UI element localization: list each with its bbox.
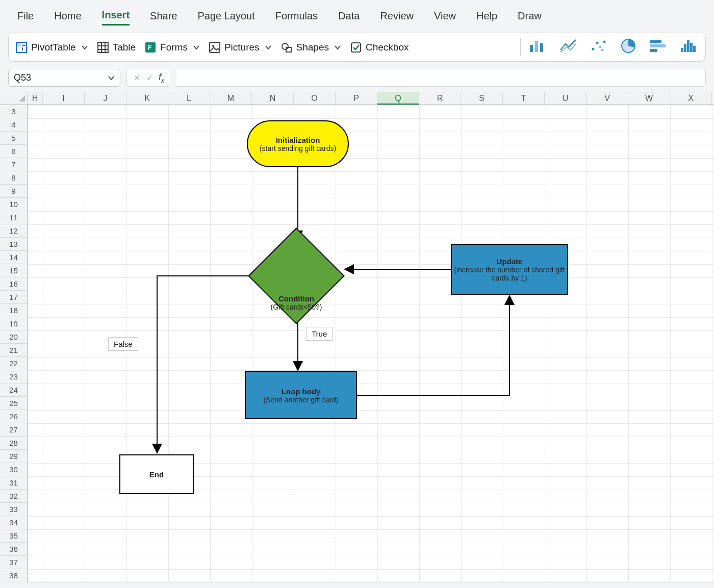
menu-data[interactable]: Data <box>338 10 360 25</box>
column-chart-icon[interactable] <box>529 39 546 56</box>
col-header-V[interactable]: V <box>586 92 628 105</box>
col-header-J[interactable]: J <box>85 92 126 105</box>
pivot-table-button[interactable]: PivotTable <box>16 42 88 53</box>
col-header-M[interactable]: M <box>210 92 252 105</box>
row-header-7[interactable]: 7 <box>0 158 27 171</box>
row-header-20[interactable]: 20 <box>0 330 27 344</box>
row-header-34[interactable]: 34 <box>0 516 27 529</box>
menu-help[interactable]: Help <box>476 10 497 25</box>
chevron-down-icon <box>265 44 272 51</box>
col-header-N[interactable]: N <box>252 92 294 105</box>
col-header-Q[interactable]: Q <box>377 92 419 105</box>
pictures-button[interactable]: Pictures <box>209 42 272 53</box>
row-header-35[interactable]: 35 <box>0 529 27 543</box>
row-header-27[interactable]: 27 <box>0 423 27 437</box>
flowchart-init-shape[interactable]: Initialization (start sending gift cards… <box>247 120 349 167</box>
col-header-I[interactable]: I <box>43 92 85 105</box>
row-header-6[interactable]: 6 <box>0 145 27 158</box>
row-header-8[interactable]: 8 <box>0 171 27 185</box>
row-header-4[interactable]: 4 <box>0 118 27 132</box>
row-header-32[interactable]: 32 <box>0 490 27 503</box>
row-header-22[interactable]: 22 <box>0 357 27 370</box>
flowchart-condition-shape[interactable]: Condition (Gift cards<50?) <box>248 235 345 317</box>
col-header-H[interactable]: H <box>28 92 43 105</box>
row-header-31[interactable]: 31 <box>0 476 27 490</box>
forms-label: Forms <box>160 42 188 53</box>
col-header-S[interactable]: S <box>461 92 503 105</box>
accept-icon[interactable]: ✓ <box>146 72 154 84</box>
row-header-19[interactable]: 19 <box>0 317 27 330</box>
select-all-corner[interactable] <box>0 92 28 105</box>
menu-review[interactable]: Review <box>380 10 414 25</box>
menu-formulas[interactable]: Formulas <box>275 10 318 25</box>
false-label[interactable]: False <box>108 337 138 351</box>
fx-icon[interactable]: fx <box>159 72 164 84</box>
pie-chart-icon[interactable] <box>621 38 637 56</box>
row-header-3[interactable]: 3 <box>0 105 27 118</box>
shapes-label: Shapes <box>296 42 329 53</box>
table-button[interactable]: Table <box>97 42 136 53</box>
histogram-chart-icon[interactable] <box>681 39 698 56</box>
spreadsheet-grid[interactable]: HIJKLMNOPQRSTUVWX 3456789101112131415161… <box>0 92 714 581</box>
formula-bar[interactable] <box>176 69 706 87</box>
row-header-21[interactable]: 21 <box>0 344 27 357</box>
line-chart-icon[interactable] <box>559 39 577 56</box>
col-header-K[interactable]: K <box>126 92 168 105</box>
name-box[interactable]: Q53 <box>8 69 120 87</box>
menu-home[interactable]: Home <box>54 10 81 25</box>
fx-controls: ✕ ✓ fx <box>126 69 170 87</box>
row-header-9[interactable]: 9 <box>0 185 27 198</box>
svg-rect-26 <box>681 48 683 52</box>
row-header-18[interactable]: 18 <box>0 304 27 317</box>
col-header-R[interactable]: R <box>419 92 461 105</box>
flowchart-loop-shape[interactable]: Loop body (Send another gift card) <box>245 371 357 419</box>
col-header-O[interactable]: O <box>294 92 336 105</box>
col-header-U[interactable]: U <box>545 92 586 105</box>
row-header-36[interactable]: 36 <box>0 543 27 556</box>
svg-rect-15 <box>535 41 538 52</box>
row-header-29[interactable]: 29 <box>0 450 27 463</box>
menu-page-layout[interactable]: Page Layout <box>197 10 254 25</box>
row-header-12[interactable]: 12 <box>0 224 27 238</box>
bar-chart-icon[interactable] <box>650 39 668 56</box>
row-header-24[interactable]: 24 <box>0 384 27 397</box>
menu-file[interactable]: File <box>17 10 34 25</box>
row-header-25[interactable]: 25 <box>0 397 27 410</box>
checkbox-button[interactable]: Checkbox <box>350 42 409 53</box>
row-header-10[interactable]: 10 <box>0 198 27 211</box>
row-header-30[interactable]: 30 <box>0 463 27 476</box>
menu-view[interactable]: View <box>434 10 456 25</box>
condition-sub: (Gift cards<50?) <box>271 303 322 311</box>
row-header-38[interactable]: 38 <box>0 569 27 582</box>
menu-insert[interactable]: Insert <box>102 9 130 25</box>
row-header-28[interactable]: 28 <box>0 437 27 450</box>
row-header-23[interactable]: 23 <box>0 370 27 384</box>
row-header-37[interactable]: 37 <box>0 556 27 569</box>
forms-button[interactable]: F Forms <box>145 42 200 53</box>
condition-title: Condition <box>271 294 322 303</box>
col-header-P[interactable]: P <box>336 92 377 105</box>
flowchart-update-shape[interactable]: Update (increase the number of shared gi… <box>451 244 568 295</box>
flowchart-end-shape[interactable]: End <box>119 454 194 494</box>
col-header-W[interactable]: W <box>628 92 670 105</box>
svg-rect-16 <box>540 43 543 52</box>
menu-draw[interactable]: Draw <box>518 10 542 25</box>
col-header-T[interactable]: T <box>503 92 545 105</box>
row-header-33[interactable]: 33 <box>0 503 27 516</box>
row-header-5[interactable]: 5 <box>0 132 27 145</box>
row-header-26[interactable]: 26 <box>0 410 27 423</box>
loop-sub: (Send another gift card) <box>263 396 338 404</box>
row-header-14[interactable]: 14 <box>0 251 27 264</box>
row-header-17[interactable]: 17 <box>0 291 27 304</box>
col-header-X[interactable]: X <box>670 92 712 105</box>
row-header-16[interactable]: 16 <box>0 277 27 291</box>
row-header-11[interactable]: 11 <box>0 211 27 224</box>
row-header-15[interactable]: 15 <box>0 264 27 277</box>
row-header-13[interactable]: 13 <box>0 238 27 251</box>
shapes-button[interactable]: Shapes <box>281 42 341 53</box>
col-header-L[interactable]: L <box>168 92 210 105</box>
true-label[interactable]: True <box>306 327 333 341</box>
menu-share[interactable]: Share <box>150 10 177 25</box>
scatter-chart-icon[interactable] <box>590 39 607 56</box>
cancel-icon[interactable]: ✕ <box>133 72 141 84</box>
